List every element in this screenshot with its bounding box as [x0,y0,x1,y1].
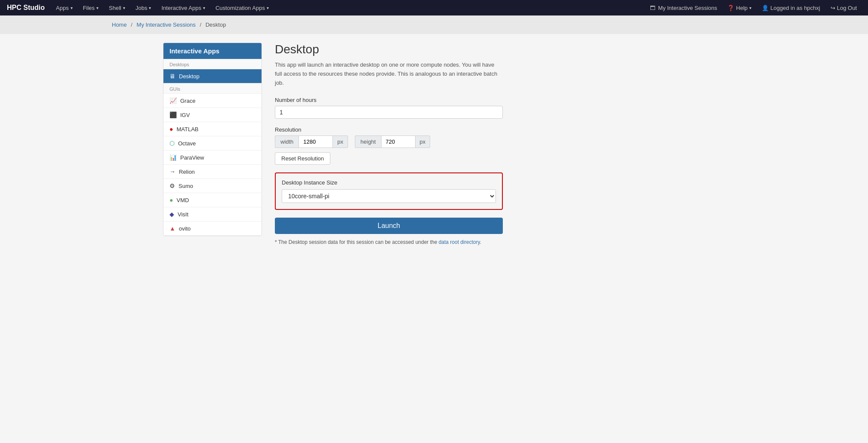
nav-shell[interactable]: Shell ▾ [105,0,129,15]
resolution-group: Resolution width px height px Reset Reso… [275,126,692,165]
shell-caret-icon: ▾ [123,6,125,10]
instance-size-section: Desktop Instance Size 10core-small-pi 4c… [275,172,503,210]
paraview-icon: 📊 [169,154,177,161]
nav-help[interactable]: ❓ Help ▾ [723,0,756,15]
help-icon: ❓ [727,5,734,11]
sidebar-item-grace[interactable]: 📈 Grace [163,94,262,108]
user-icon: 👤 [762,5,769,11]
logout-icon: ↪ [831,5,835,11]
reset-resolution-button[interactable]: Reset Resolution [275,152,330,165]
nav-interactive-apps[interactable]: Interactive Apps ▾ [157,0,209,15]
page-title: Desktop [275,43,692,56]
sidebar-item-octave[interactable]: ⬡ Octave [163,136,262,151]
height-unit: px [416,135,431,148]
apps-caret-icon: ▾ [71,6,73,10]
resolution-label: Resolution [275,126,692,133]
igv-icon: ⬛ [169,111,177,118]
sidebar-item-sumo-label: Sumo [179,183,193,189]
hours-group: Number of hours [275,97,692,119]
sidebar-section-desktops: Desktops [163,59,262,69]
desktop-icon: 🖥 [169,73,175,80]
sidebar-item-visit-label: VisIt [178,211,188,218]
instance-label: Desktop Instance Size [282,179,496,186]
sidebar-item-relion[interactable]: → Relion [163,165,262,179]
nav-user: 👤 Logged in as hpchxj [757,0,825,15]
sidebar: Interactive Apps Desktops 🖥 Desktop GUIs… [163,43,262,236]
interactive-apps-caret-icon: ▾ [203,6,205,10]
height-input[interactable] [381,135,416,148]
width-label: width [275,135,299,148]
navbar: HPC Studio Apps ▾ Files ▾ Shell ▾ Jobs ▾… [0,0,868,15]
sidebar-item-grace-label: Grace [180,98,195,104]
resolution-row: width px height px [275,135,503,148]
sumo-icon: ⚙ [169,182,175,189]
sidebar-item-igv-label: IGV [180,112,190,118]
height-label: height [355,135,381,148]
sidebar-item-desktop-label: Desktop [179,73,200,80]
main-content: Desktop This app will launch an interact… [262,43,705,245]
hours-label: Number of hours [275,97,692,103]
sidebar-item-octave-label: Octave [178,140,196,147]
footer-note: * The Desktop session data for this sess… [275,239,503,245]
footer-note-suffix: . [480,239,481,245]
nav-logout[interactable]: ↪ Log Out [826,0,861,15]
help-caret-icon: ▾ [749,6,751,10]
instance-select[interactable]: 10core-small-pi 4core-small 16core-mediu… [282,189,496,203]
hours-input[interactable] [275,106,503,119]
vmd-icon: ● [169,197,173,203]
sidebar-item-relion-label: Relion [179,169,195,175]
width-input[interactable] [299,135,333,148]
sidebar-item-vmd-label: VMD [176,197,189,203]
launch-button[interactable]: Launch [275,218,503,234]
visit-icon: ◆ [169,211,174,218]
nav-files[interactable]: Files ▾ [79,0,103,15]
relion-icon: → [169,168,175,175]
instance-group: Desktop Instance Size 10core-small-pi 4c… [282,179,496,203]
sidebar-item-ovito[interactable]: ▲ ovito [163,222,262,236]
nav-apps[interactable]: Apps ▾ [52,0,77,15]
page-description: This app will launch an interactive desk… [275,61,503,87]
sidebar-section-guis: GUIs [163,83,262,94]
width-unit: px [333,135,348,148]
nav-right: 🗔 My Interactive Sessions ❓ Help ▾ 👤 Log… [646,0,861,15]
sidebar-item-vmd[interactable]: ● VMD [163,193,262,207]
brand: HPC Studio [7,4,45,12]
ovito-icon: ▲ [169,225,175,232]
sessions-icon: 🗔 [650,5,656,11]
sidebar-item-matlab-label: MATLAB [176,126,198,132]
breadcrumb: Home / My Interactive Sessions / Desktop [0,15,868,34]
breadcrumb-home[interactable]: Home [112,22,127,28]
jobs-caret-icon: ▾ [149,6,151,10]
breadcrumb-sessions[interactable]: My Interactive Sessions [137,22,196,28]
sidebar-item-ovito-label: ovito [179,225,191,232]
width-group: width px [275,135,348,148]
breadcrumb-sep-1: / [131,22,132,28]
nav-customization-apps[interactable]: Customization Apps ▾ [211,0,273,15]
breadcrumb-current: Desktop [206,22,226,28]
page-layout: Interactive Apps Desktops 🖥 Desktop GUIs… [154,34,714,254]
sidebar-item-visit[interactable]: ◆ VisIt [163,207,262,222]
sidebar-item-matlab[interactable]: ● MATLAB [163,122,262,136]
sidebar-item-sumo[interactable]: ⚙ Sumo [163,179,262,193]
customization-apps-caret-icon: ▾ [267,6,269,10]
sidebar-item-paraview[interactable]: 📊 ParaView [163,151,262,165]
sidebar-item-igv[interactable]: ⬛ IGV [163,108,262,122]
sidebar-item-paraview-label: ParaView [180,154,204,161]
data-root-link[interactable]: data root directory [439,239,480,245]
breadcrumb-sep-2: / [200,22,201,28]
nav-my-interactive-sessions[interactable]: 🗔 My Interactive Sessions [646,0,721,15]
sidebar-item-desktop[interactable]: 🖥 Desktop [163,69,262,83]
sidebar-header: Interactive Apps [163,43,262,59]
footer-note-prefix: * The Desktop session data for this sess… [275,239,439,245]
height-group: height px [355,135,430,148]
grace-icon: 📈 [169,97,177,104]
nav-jobs[interactable]: Jobs ▾ [131,0,155,15]
matlab-icon: ● [169,126,173,132]
octave-icon: ⬡ [169,140,175,147]
files-caret-icon: ▾ [96,6,98,10]
